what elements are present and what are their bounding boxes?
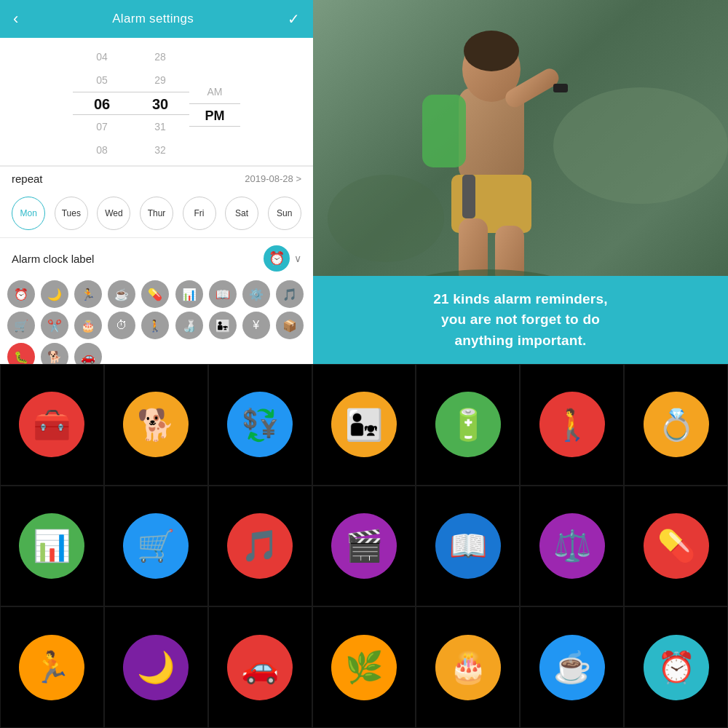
bottom-icon-cell-18[interactable]: 🌿 [312,606,416,728]
am-option[interactable]: AM [189,80,240,103]
time-picker[interactable]: 03 04 05 06 07 08 09 27 28 29 30 31 32 3… [0,38,313,165]
alarm-settings-panel: ‹ Alarm settings ✓ 03 04 05 06 07 08 09 … [0,0,313,364]
icon-cake[interactable]: 🎂 [74,312,102,339]
minute-column[interactable]: 27 28 29 30 31 32 33 [131,38,189,165]
hour-07: 07 [73,115,131,138]
day-fri[interactable]: Fri [183,197,216,230]
day-sun[interactable]: Sun [268,197,301,230]
alarm-clock-icon[interactable]: ⏰ [264,245,290,272]
big-icon-run: 🏃 [19,635,84,700]
day-tues[interactable]: Tues [55,197,88,230]
bottom-icon-cell-19[interactable]: 🎂 [416,606,520,728]
hour-08: 08 [73,138,131,162]
bottom-icon-cell-17[interactable]: 🚗 [208,606,312,728]
big-icon-sleep: 🌙 [123,635,189,700]
bottom-icon-cell-20[interactable]: ☕ [520,606,624,728]
big-icon-pill: 💊 [644,513,709,579]
big-icon-family: 👨‍👧 [331,392,397,457]
icon-grid: ⏰ 🌙 🏃 ☕ 💊 📊 📖 ⚙️ 🎵 🛒 ✂️ 🎂 ⏱ 🚶 🍶 👨‍👧 ¥ 📦 … [0,277,313,364]
bottom-icon-cell-7[interactable]: 💍 [624,364,728,486]
back-button[interactable]: ‹ [13,9,18,28]
icon-box[interactable]: 📦 [276,312,304,339]
bottom-icon-cell-21[interactable]: ⏰ [624,606,728,728]
bottom-icon-cell-1[interactable]: 🧰 [0,364,104,486]
day-selector: Mon Tues Wed Thur Fri Sat Sun [0,191,313,237]
bottom-icon-cell-3[interactable]: 💱 [208,364,312,486]
icon-scissors[interactable]: ✂️ [41,312,68,339]
bottom-icon-cell-6[interactable]: 🚶 [520,364,624,486]
bottom-icon-cell-11[interactable]: 🎬 [312,486,416,607]
hour-06-selected: 06 [73,92,131,115]
min-31: 31 [131,115,189,138]
bottom-icon-cell-9[interactable]: 🛒 [104,486,208,607]
big-icon-battery: 🔋 [435,392,501,457]
big-icon-leaf: 🌿 [331,635,397,700]
svg-point-1 [553,87,728,204]
big-icon-music: 🎵 [227,513,293,579]
day-sat[interactable]: Sat [225,197,258,230]
icon-bottle[interactable]: 🍶 [175,312,203,339]
icon-bug[interactable]: 🐛 [7,343,35,364]
big-icon-alarm: ⏰ [644,635,709,700]
promo-text: 21 kinds alarm reminders,you are not for… [331,289,711,352]
svg-point-2 [328,175,444,262]
icon-coffee[interactable]: ☕ [108,280,135,308]
day-thur[interactable]: Thur [140,197,173,230]
big-icon-cake: 🎂 [435,635,501,700]
chevron-down-icon[interactable]: ∨ [294,253,301,264]
repeat-label: repeat [12,173,43,185]
bottom-icon-cell-13[interactable]: ⚖️ [520,486,624,607]
icon-family[interactable]: 👨‍👧 [209,312,237,339]
icon-dog[interactable]: 🐕 [41,343,68,364]
icon-moon[interactable]: 🌙 [41,280,68,308]
icon-alarm[interactable]: ⏰ [7,280,35,308]
day-wed[interactable]: Wed [97,197,130,230]
min-30-selected: 30 [131,92,189,115]
big-icon-hike: 🚶 [539,392,605,457]
svg-rect-9 [422,95,466,167]
big-icon-dog: 🐕 [123,392,189,457]
icon-car[interactable]: 🚗 [74,343,102,364]
icon-yen[interactable]: ¥ [242,312,270,339]
big-icon-coffee: ☕ [539,635,605,700]
day-mon[interactable]: Mon [12,197,45,230]
bottom-icon-cell-12[interactable]: 📖 [416,486,520,607]
icon-book[interactable]: 📖 [209,280,237,308]
big-icon-firstaid: 🧰 [19,392,84,457]
icon-pill[interactable]: 💊 [141,280,169,308]
svg-rect-8 [553,84,568,92]
bottom-icon-cell-8[interactable]: 📊 [0,486,104,607]
header-bar: ‹ Alarm settings ✓ [0,0,313,38]
big-icon-chart: 📊 [19,513,84,579]
repeat-row[interactable]: repeat 2019-08-28 > [0,166,313,191]
svg-rect-10 [462,175,475,218]
alarm-label-row[interactable]: Alarm clock label ⏰ ∨ [0,238,313,277]
icon-gear[interactable]: ⚙️ [242,280,270,308]
hour-05: 05 [73,68,131,92]
bottom-icon-cell-14[interactable]: 💊 [624,486,728,607]
icon-cart[interactable]: 🛒 [7,312,35,339]
icon-time[interactable]: ⏱ [108,312,135,339]
big-icon-book: 📖 [435,513,501,579]
bottom-icon-cell-15[interactable]: 🏃 [0,606,104,728]
icon-run[interactable]: 🏃 [74,280,102,308]
bottom-icon-grid: 🧰 🐕 💱 👨‍👧 🔋 🚶 💍 📊 🛒 🎵 🎬 📖 ⚖️ 💊 🏃 [0,364,728,728]
bottom-icon-cell-2[interactable]: 🐕 [104,364,208,486]
bottom-icon-cell-10[interactable]: 🎵 [208,486,312,607]
confirm-button[interactable]: ✓ [288,10,300,28]
ampm-column[interactable]: AM PM [189,38,240,165]
icon-walk[interactable]: 🚶 [141,312,169,339]
min-32: 32 [131,138,189,162]
big-icon-ring: 💍 [644,392,709,457]
pm-option-selected[interactable]: PM [189,103,240,127]
icon-chart[interactable]: 📊 [175,280,203,308]
hour-column[interactable]: 03 04 05 06 07 08 09 [73,38,131,165]
big-icon-balance: ⚖️ [539,513,605,579]
bottom-icon-cell-5[interactable]: 🔋 [416,364,520,486]
min-27: 27 [131,38,189,45]
svg-point-5 [464,31,519,71]
icon-music[interactable]: 🎵 [276,280,304,308]
bottom-icon-cell-4[interactable]: 👨‍👧 [312,364,416,486]
promo-text-overlay: 21 kinds alarm reminders,you are not for… [313,276,728,365]
bottom-icon-cell-16[interactable]: 🌙 [104,606,208,728]
